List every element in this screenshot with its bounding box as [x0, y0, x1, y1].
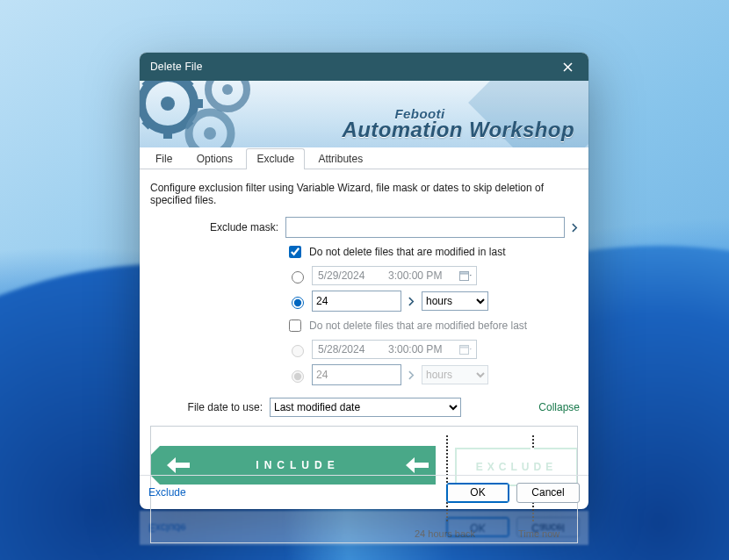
window-title: Delete File	[150, 61, 203, 73]
brand-big: Automation Workshop	[343, 118, 574, 142]
svg-rect-17	[460, 271, 469, 274]
modified-before-last-relative-radio	[292, 370, 304, 383]
exclude-mask-label: Exclude mask:	[148, 221, 285, 233]
svg-line-10	[184, 81, 191, 88]
arrow-left-icon	[167, 456, 190, 474]
footer-hint-link[interactable]: Exclude	[148, 486, 186, 499]
svg-point-11	[161, 97, 175, 111]
svg-point-13	[222, 84, 233, 95]
cancel-button[interactable]: Cancel	[516, 483, 580, 503]
modified-in-last-label: Do not delete files that are modified in…	[309, 246, 505, 258]
tab-options[interactable]: Options	[186, 148, 243, 169]
modified-in-last-relative-radio[interactable]	[292, 297, 304, 309]
modified-before-last-absolute-radio	[292, 345, 304, 357]
variable-wizard-icon[interactable]	[407, 293, 416, 309]
tab-description: Configure exclusion filter using Variabl…	[150, 182, 578, 206]
modified-in-last-absolute-radio[interactable]	[292, 271, 304, 284]
modified-in-last-unit-select[interactable]: hours	[422, 291, 488, 311]
mbl-time: 3:00:00 PM	[388, 343, 443, 355]
collapse-link[interactable]: Collapse	[538, 401, 580, 413]
mil-time: 3:00:00 PM	[388, 269, 443, 282]
calendar-dropdown-icon[interactable]	[458, 269, 473, 283]
dialog-window: Delete File	[140, 53, 588, 509]
svg-point-15	[204, 127, 216, 140]
variable-wizard-icon	[407, 367, 416, 383]
close-icon[interactable]	[552, 56, 583, 77]
mil-date: 5/29/2024	[318, 269, 372, 282]
dialog-footer: Exclude OK Cancel	[140, 475, 588, 509]
modified-in-last-amount-input[interactable]	[312, 291, 401, 312]
mbl-date: 5/28/2024	[318, 343, 372, 355]
modified-before-last-unit-select: hours	[422, 365, 488, 384]
tab-attributes[interactable]: Attributes	[307, 148, 373, 169]
titlebar[interactable]: Delete File	[140, 53, 588, 81]
timeline-exclude-label: EXCLUDE	[476, 461, 557, 473]
file-date-select[interactable]: Last modified date	[270, 398, 461, 417]
file-date-label: File date to use:	[148, 401, 270, 413]
modified-before-last-datetime: 5/28/2024 3:00:00 PM	[312, 340, 477, 359]
exclude-mask-input[interactable]	[285, 217, 565, 238]
calendar-dropdown-icon	[458, 342, 473, 356]
banner: Febooti Automation Workshop	[140, 81, 588, 147]
svg-rect-19	[460, 345, 469, 348]
modified-before-last-amount-input	[312, 364, 401, 385]
modified-before-last-checkbox[interactable]	[289, 319, 301, 332]
tab-file[interactable]: File	[145, 148, 183, 169]
timeline-include-label: INCLUDE	[256, 459, 339, 471]
svg-line-9	[145, 119, 152, 126]
ok-button[interactable]: OK	[446, 483, 509, 503]
arrow-left-icon	[406, 456, 429, 474]
variable-wizard-icon[interactable]	[570, 219, 580, 235]
modified-before-last-label: Do not delete files that are modified be…	[309, 319, 527, 332]
modified-in-last-datetime[interactable]: 5/29/2024 3:00:00 PM	[312, 266, 477, 285]
modified-in-last-checkbox[interactable]	[289, 246, 301, 258]
tabstrip: File Options Exclude Attributes	[140, 147, 588, 169]
tab-exclude[interactable]: Exclude	[246, 148, 305, 169]
svg-line-7	[145, 81, 152, 88]
gears-icon	[140, 81, 300, 147]
